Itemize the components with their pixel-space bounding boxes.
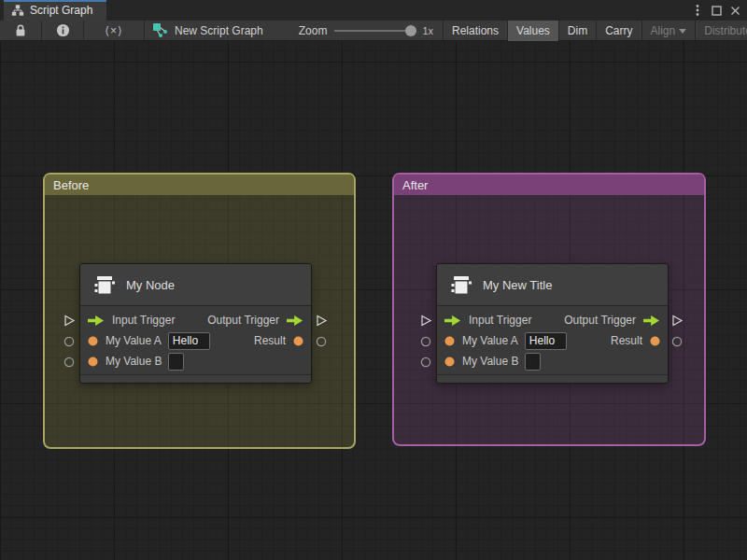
carry-button[interactable]: Carry xyxy=(597,21,641,41)
group-before-header[interactable]: Before xyxy=(45,175,354,195)
result-port-icon[interactable] xyxy=(650,336,660,346)
group-after-header[interactable]: After xyxy=(394,175,704,195)
my-value-b-label: My Value B xyxy=(106,355,162,368)
output-trigger-port-icon[interactable] xyxy=(287,315,303,326)
graph-node-icon xyxy=(152,22,168,38)
align-dropdown[interactable]: Align xyxy=(642,21,696,41)
graph-toolbar: ⟨×⟩ New Script Graph Zoom 1x xyxy=(0,21,747,41)
node-header[interactable]: My Node xyxy=(80,264,311,306)
group-before[interactable]: Before My Node xyxy=(43,173,356,449)
input-trigger-connector[interactable] xyxy=(63,315,76,327)
zoom-label: Zoom xyxy=(299,24,328,37)
output-trigger-connector[interactable] xyxy=(671,315,684,327)
node-title: My New Title xyxy=(483,278,552,292)
port-row-value-b: My Value B xyxy=(437,351,668,371)
code-view-button[interactable]: ⟨×⟩ xyxy=(84,21,144,41)
output-trigger-label: Output Trigger xyxy=(564,314,636,327)
carry-button-label: Carry xyxy=(605,24,632,37)
align-dropdown-label: Align xyxy=(651,24,676,37)
input-trigger-port-icon[interactable] xyxy=(88,315,105,326)
values-button-label: Values xyxy=(516,24,550,37)
my-value-a-connector[interactable] xyxy=(63,336,75,347)
node-header[interactable]: My New Title xyxy=(437,264,668,306)
my-value-a-label: My Value A xyxy=(462,334,518,347)
result-port-icon[interactable] xyxy=(293,336,303,346)
node-title: My Node xyxy=(126,278,175,292)
kebab-menu-icon[interactable] xyxy=(690,3,705,18)
tab-label: Script Graph xyxy=(30,4,92,17)
dim-button-label: Dim xyxy=(568,24,587,37)
maximize-icon[interactable] xyxy=(709,3,724,18)
relations-button[interactable]: Relations xyxy=(444,21,507,41)
node-ports: Input Trigger Output Trigger My Value xyxy=(80,306,311,374)
my-value-a-field[interactable] xyxy=(525,332,567,350)
distribute-dropdown[interactable]: Distribute xyxy=(696,21,747,41)
output-trigger-port-icon[interactable] xyxy=(643,315,660,326)
info-icon xyxy=(56,23,70,37)
group-after[interactable]: After My New Title xyxy=(392,173,706,446)
distribute-dropdown-label: Distribute xyxy=(704,24,747,37)
tab-script-graph[interactable]: Script Graph xyxy=(4,0,106,21)
zoom-slider[interactable] xyxy=(334,25,415,36)
my-value-b-connector[interactable] xyxy=(420,357,431,368)
my-value-a-connector[interactable] xyxy=(420,336,431,347)
unit-icon xyxy=(91,272,117,298)
my-value-b-field[interactable] xyxy=(168,353,184,371)
window-controls xyxy=(690,0,747,21)
group-after-title: After xyxy=(402,178,428,192)
my-value-b-port-icon[interactable] xyxy=(444,357,455,367)
input-trigger-connector[interactable] xyxy=(420,315,432,327)
node-footer xyxy=(437,374,668,383)
unit-icon xyxy=(447,272,473,298)
port-row-value-a: My Value A Result xyxy=(80,330,311,351)
my-value-a-port-icon[interactable] xyxy=(444,336,455,346)
group-before-title: Before xyxy=(53,178,89,192)
values-button[interactable]: Values xyxy=(508,21,558,41)
port-row-value-a: My Value A Result xyxy=(437,330,668,351)
result-connector[interactable] xyxy=(316,336,327,347)
input-trigger-label: Input Trigger xyxy=(112,314,175,327)
graph-canvas[interactable]: Before My Node xyxy=(0,41,747,560)
my-value-b-field[interactable] xyxy=(525,353,541,371)
my-value-b-label: My Value B xyxy=(462,355,518,368)
output-trigger-connector[interactable] xyxy=(316,315,328,327)
port-row-value-b: My Value B xyxy=(80,351,311,371)
zoom-slider-track xyxy=(334,30,415,32)
input-trigger-port-icon[interactable] xyxy=(444,315,461,326)
graph-name-label: New Script Graph xyxy=(175,24,263,37)
result-label: Result xyxy=(254,334,286,347)
zoom-slider-knob[interactable] xyxy=(405,25,416,36)
my-value-b-port-icon[interactable] xyxy=(88,357,98,367)
my-value-b-connector[interactable] xyxy=(63,357,75,368)
script-graph-window: Script Graph xyxy=(0,0,747,560)
my-value-a-label: My Value A xyxy=(106,334,162,347)
port-row-triggers: Input Trigger Output Trigger xyxy=(437,310,668,330)
info-button[interactable] xyxy=(42,21,83,41)
node-ports: Input Trigger Output Trigger My Value xyxy=(437,306,668,374)
lock-icon xyxy=(14,23,27,37)
code-brackets-icon: ⟨×⟩ xyxy=(105,24,122,37)
port-row-triggers: Input Trigger Output Trigger xyxy=(80,310,311,330)
my-value-a-field[interactable] xyxy=(168,332,210,350)
node-my-new-title[interactable]: My New Title Input Trigger Output Trigge… xyxy=(436,263,669,384)
dim-button[interactable]: Dim xyxy=(559,21,596,41)
my-value-a-port-icon[interactable] xyxy=(88,336,98,346)
active-tab-accent xyxy=(4,0,106,2)
close-icon[interactable] xyxy=(727,3,742,18)
output-trigger-label: Output Trigger xyxy=(207,314,279,327)
result-label: Result xyxy=(611,334,642,347)
tab-bar: Script Graph xyxy=(0,0,747,21)
zoom-value: 1x xyxy=(422,25,433,36)
chevron-down-icon xyxy=(679,29,686,34)
zoom-control: Zoom 1x xyxy=(273,24,443,37)
lock-button[interactable] xyxy=(0,21,41,41)
graph-name-button[interactable]: New Script Graph xyxy=(145,22,273,38)
result-connector[interactable] xyxy=(671,336,683,347)
relations-button-label: Relations xyxy=(452,24,499,37)
node-my-node[interactable]: My Node Input Trigger Output Trigger xyxy=(79,263,312,384)
input-trigger-label: Input Trigger xyxy=(469,314,531,327)
script-graph-icon xyxy=(11,4,24,17)
node-footer xyxy=(80,374,311,383)
